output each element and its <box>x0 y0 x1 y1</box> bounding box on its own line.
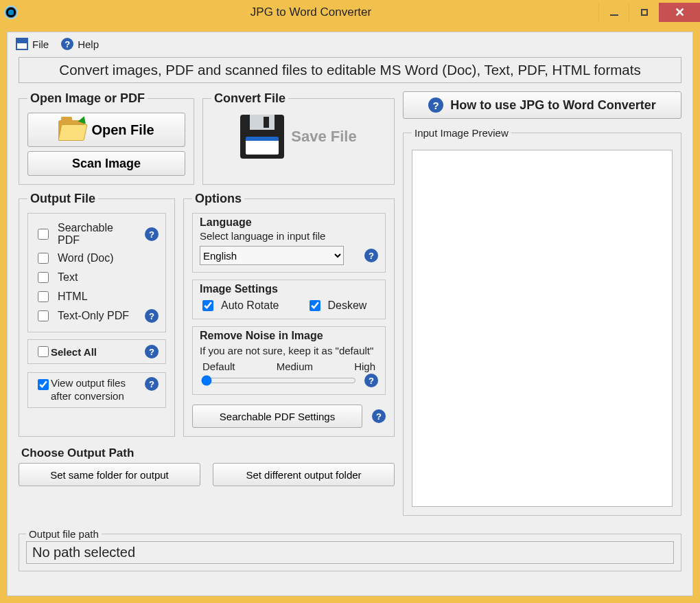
language-title: Language <box>200 216 378 229</box>
checkbox-searchable-pdf[interactable]: Searchable PDF ? <box>35 222 159 247</box>
input-image-preview-group: Input Image Preview <box>403 127 681 516</box>
open-image-group: Open Image or PDF Open File Scan Image <box>19 91 194 185</box>
output-file-path-legend: Output file path <box>26 528 102 540</box>
open-file-label: Open File <box>91 122 154 138</box>
banner: Convert images, PDF and scanned files to… <box>19 57 681 83</box>
menu-file[interactable]: File <box>16 38 49 50</box>
checkbox-text-only-pdf-input[interactable] <box>38 310 49 321</box>
client-area: File ? Help Convert images, PDF and scan… <box>7 32 693 596</box>
checkbox-text[interactable]: Text <box>35 270 159 285</box>
output-file-group: Output File Searchable PDF ? <box>19 192 175 437</box>
input-image-preview-area <box>412 150 673 507</box>
input-image-preview-legend: Input Image Preview <box>412 127 511 139</box>
checkbox-select-all-label: Select All <box>51 346 97 358</box>
checkbox-html[interactable]: HTML <box>35 289 159 304</box>
save-file-button[interactable]: Save File <box>291 128 356 146</box>
checkbox-text-only-pdf[interactable]: Text-Only PDF ? <box>35 308 159 323</box>
titlebar: JPG to Word Converter ✕ <box>0 0 700 25</box>
minimize-button[interactable] <box>598 3 629 22</box>
set-same-folder-label: Set same folder for output <box>50 469 169 481</box>
checkbox-select-all-input[interactable] <box>38 346 49 357</box>
checkbox-view-output-input[interactable] <box>38 379 49 390</box>
checkbox-text-label: Text <box>58 271 78 284</box>
checkbox-word-doc-label: Word (Doc) <box>58 252 114 264</box>
close-button[interactable]: ✕ <box>659 3 700 22</box>
checkbox-html-label: HTML <box>58 291 88 303</box>
how-to-use-label: How to use JPG to Word Converter <box>450 98 656 113</box>
menu-file-label: File <box>32 38 49 50</box>
scan-image-button[interactable]: Scan Image <box>27 151 185 176</box>
options-group: Options Language Select language in inpu… <box>183 192 395 437</box>
checkbox-auto-rotate-input[interactable] <box>202 300 213 311</box>
choose-output-path-group: Choose Output Path Set same folder for o… <box>19 444 395 489</box>
noise-hint: If you are not sure, keep it as "default… <box>200 345 378 356</box>
window-title: JPG to Word Converter <box>23 5 598 19</box>
checkbox-searchable-pdf-label: Searchable PDF <box>58 222 138 247</box>
checkbox-view-output[interactable]: View output files after conversion ? <box>35 377 159 403</box>
checkbox-deskew[interactable]: Deskew <box>307 298 367 313</box>
convert-file-legend: Convert File <box>211 91 288 106</box>
checkbox-select-all[interactable]: Select All ? <box>35 344 159 359</box>
help-icon[interactable]: ? <box>145 227 159 241</box>
noise-label-medium: Medium <box>277 361 313 372</box>
open-image-legend: Open Image or PDF <box>27 91 148 106</box>
checkbox-text-input[interactable] <box>38 272 49 283</box>
set-different-folder-label: Set different output folder <box>246 469 361 481</box>
menubar: File ? Help <box>14 35 686 57</box>
searchable-pdf-settings-button[interactable]: Searchable PDF Settings <box>192 405 362 428</box>
help-icon[interactable]: ? <box>145 309 159 323</box>
set-different-folder-button[interactable]: Set different output folder <box>213 463 395 486</box>
save-icon <box>16 38 28 50</box>
image-settings-title: Image Settings <box>200 283 378 295</box>
noise-slider[interactable] <box>201 375 356 386</box>
scan-image-label: Scan Image <box>72 157 141 171</box>
checkbox-auto-rotate[interactable]: Auto Rotate <box>200 298 279 313</box>
noise-title: Remove Noise in Image <box>200 330 378 342</box>
choose-output-path-title: Choose Output Path <box>19 446 395 460</box>
output-file-path-value: No path selected <box>26 541 674 564</box>
checkbox-searchable-pdf-input[interactable] <box>38 229 49 240</box>
searchable-pdf-settings-label: Searchable PDF Settings <box>220 411 335 422</box>
checkbox-word-doc-input[interactable] <box>38 253 49 264</box>
help-icon: ? <box>428 98 443 113</box>
noise-label-default: Default <box>202 361 235 372</box>
help-icon[interactable]: ? <box>364 249 378 262</box>
help-icon[interactable]: ? <box>145 377 159 391</box>
checkbox-auto-rotate-label: Auto Rotate <box>221 299 279 312</box>
help-icon[interactable]: ? <box>364 374 378 387</box>
floppy-disk-icon <box>240 115 284 159</box>
checkbox-view-output-label: View output files after conversion <box>51 377 133 403</box>
language-hint: Select language in input file <box>200 230 378 242</box>
checkbox-html-input[interactable] <box>38 291 49 302</box>
app-icon <box>4 5 18 19</box>
help-icon: ? <box>61 38 73 50</box>
output-file-legend: Output File <box>27 192 98 206</box>
checkbox-text-only-pdf-label: Text-Only PDF <box>58 310 129 322</box>
noise-label-high: High <box>354 361 375 372</box>
maximize-button[interactable] <box>629 3 659 22</box>
folder-open-icon <box>58 120 84 139</box>
output-file-path-group: Output file path No path selected <box>19 528 681 571</box>
how-to-use-button[interactable]: ? How to use JPG to Word Converter <box>403 91 681 119</box>
open-file-button[interactable]: Open File <box>27 113 185 147</box>
language-select[interactable]: English <box>200 246 344 265</box>
menu-help[interactable]: ? Help <box>61 38 99 50</box>
checkbox-word-doc[interactable]: Word (Doc) <box>35 251 159 266</box>
help-icon[interactable]: ? <box>145 345 159 359</box>
window-controls: ✕ <box>598 3 700 22</box>
help-icon[interactable]: ? <box>372 409 386 423</box>
checkbox-deskew-label: Deskew <box>328 299 367 312</box>
checkbox-deskew-input[interactable] <box>310 300 320 311</box>
menu-help-label: Help <box>78 38 99 50</box>
options-legend: Options <box>192 192 244 206</box>
convert-file-group: Convert File Save File <box>202 91 395 185</box>
set-same-folder-button[interactable]: Set same folder for output <box>19 463 200 486</box>
